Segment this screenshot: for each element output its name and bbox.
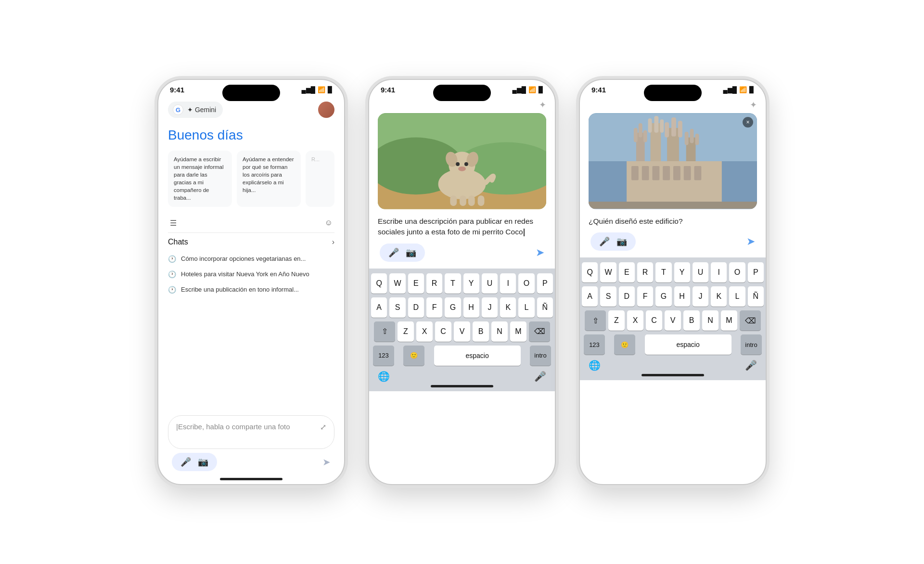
key-O-3[interactable]: O	[729, 262, 745, 282]
emoji-key-2[interactable]: 🙂	[403, 346, 424, 366]
mic-icon-3[interactable]: 🎤	[599, 236, 610, 247]
key-U[interactable]: U	[482, 273, 498, 294]
key-I[interactable]: I	[500, 273, 516, 294]
key-C[interactable]: C	[435, 321, 451, 342]
backspace-key-3[interactable]: ⌫	[740, 310, 761, 331]
key-Y-3[interactable]: Y	[674, 262, 690, 282]
key-H-3[interactable]: H	[674, 286, 690, 307]
key-M-3[interactable]: M	[721, 310, 737, 331]
key-P[interactable]: P	[537, 273, 553, 294]
chat-item-2[interactable]: 🕐 Hoteles para visitar Nueva York en Año…	[168, 267, 334, 282]
key-N[interactable]: N	[491, 321, 508, 342]
shift-key-2[interactable]: ⇧	[374, 321, 395, 342]
shift-key-3[interactable]: ⇧	[585, 310, 606, 331]
intro-key-2[interactable]: intro	[530, 346, 551, 366]
phone1-input-area[interactable]: |Escribe, habla o comparte una foto ⤢	[168, 415, 334, 449]
user-avatar[interactable]	[318, 102, 334, 118]
key-I-3[interactable]: I	[711, 262, 727, 282]
mic-icon-2[interactable]: 🎤	[388, 247, 399, 258]
key-L-3[interactable]: L	[729, 286, 745, 307]
key-S-3[interactable]: S	[600, 286, 616, 307]
key-Z-3[interactable]: Z	[608, 310, 625, 331]
key-R[interactable]: R	[426, 273, 442, 294]
key-K[interactable]: K	[500, 297, 516, 318]
expand-icon[interactable]: ⤢	[320, 423, 326, 432]
key-V[interactable]: V	[454, 321, 470, 342]
num-key-3[interactable]: 123	[584, 334, 605, 355]
emoji-icon[interactable]: ☺	[325, 218, 333, 227]
camera-icon-1[interactable]: 📷	[198, 457, 208, 467]
key-Z[interactable]: Z	[398, 321, 414, 342]
key-E-3[interactable]: E	[619, 262, 635, 282]
key-T-3[interactable]: T	[655, 262, 671, 282]
key-C-3[interactable]: C	[646, 310, 662, 331]
menu-icon[interactable]: ☰	[170, 218, 177, 228]
camera-icon-2[interactable]: 📷	[406, 247, 416, 258]
chats-chevron-icon[interactable]: ›	[332, 238, 334, 246]
key-G[interactable]: G	[445, 297, 461, 318]
key-Q-3[interactable]: Q	[582, 262, 598, 282]
key-N-tilde-3[interactable]: Ñ	[748, 286, 764, 307]
google-gemini-pill[interactable]: G ✦ Gemini	[168, 102, 223, 118]
key-N-tilde[interactable]: Ñ	[537, 297, 553, 318]
globe-icon-3[interactable]: 🌐	[589, 359, 601, 371]
backspace-key-2[interactable]: ⌫	[529, 321, 550, 342]
num-key-2[interactable]: 123	[373, 346, 394, 366]
key-S[interactable]: S	[389, 297, 405, 318]
key-J-3[interactable]: J	[693, 286, 708, 307]
camera-icon-3[interactable]: 📷	[616, 236, 627, 247]
send-icon-3[interactable]: ➤	[746, 235, 755, 248]
space-key-3[interactable]: espacio	[645, 334, 732, 355]
key-G-3[interactable]: G	[655, 286, 671, 307]
key-D-3[interactable]: D	[619, 286, 635, 307]
key-H[interactable]: H	[463, 297, 479, 318]
key-K-3[interactable]: K	[711, 286, 727, 307]
key-W-3[interactable]: W	[600, 262, 616, 282]
key-A-3[interactable]: A	[582, 286, 598, 307]
key-D[interactable]: D	[408, 297, 424, 318]
key-L[interactable]: L	[518, 297, 534, 318]
key-E[interactable]: E	[408, 273, 424, 294]
key-U-3[interactable]: U	[693, 262, 708, 282]
key-P-3[interactable]: P	[748, 262, 764, 282]
phone2-chat-text[interactable]: Escribe una descripción para publicar en…	[378, 216, 546, 238]
kb-mic-icon-3[interactable]: 🎤	[745, 359, 757, 371]
keyboard-3: Q W E R T Y U I O P A S D F G H J K L	[580, 257, 766, 380]
key-B[interactable]: B	[473, 321, 489, 342]
key-M[interactable]: M	[510, 321, 526, 342]
key-B-3[interactable]: B	[683, 310, 700, 331]
chat-item-3[interactable]: 🕐 Escribe una publicación en tono inform…	[168, 282, 334, 297]
send-icon-1[interactable]: ➤	[322, 456, 331, 468]
mic-icon-1[interactable]: 🎤	[180, 457, 191, 467]
key-F[interactable]: F	[426, 297, 442, 318]
kb-mic-icon-2[interactable]: 🎤	[534, 371, 546, 382]
wifi-icon-1: 📶	[318, 86, 325, 93]
close-badge[interactable]: ×	[743, 117, 753, 128]
key-X-3[interactable]: X	[627, 310, 643, 331]
intro-key-3[interactable]: intro	[741, 334, 762, 355]
send-icon-2[interactable]: ➤	[536, 246, 544, 259]
suggestion-card-2[interactable]: Ayúdame a entender por qué se forman los…	[237, 151, 301, 207]
svg-rect-27	[671, 117, 676, 137]
key-Q[interactable]: Q	[371, 273, 387, 294]
phone3-chat-text[interactable]: ¿Quién diseñó este edificio?	[589, 216, 757, 227]
key-R-3[interactable]: R	[637, 262, 653, 282]
key-T[interactable]: T	[445, 273, 461, 294]
key-Y[interactable]: Y	[463, 273, 479, 294]
key-J[interactable]: J	[482, 297, 498, 318]
key-F-3[interactable]: F	[637, 286, 653, 307]
emoji-key-3[interactable]: 🙂	[614, 334, 635, 355]
key-N-3[interactable]: N	[702, 310, 719, 331]
phone3-inner: ✦ ×	[580, 96, 766, 257]
key-A[interactable]: A	[371, 297, 387, 318]
key-V-3[interactable]: V	[665, 310, 681, 331]
chat-item-1[interactable]: 🕐 Cómo incorporar opciones vegetarianas …	[168, 251, 334, 267]
space-key-2[interactable]: espacio	[434, 346, 521, 366]
suggestion-card-1[interactable]: Ayúdame a escribir un mensaje informal p…	[168, 151, 232, 207]
card-bottom-icons: ☰ ☺	[168, 218, 334, 228]
globe-icon-2[interactable]: 🌐	[378, 371, 390, 382]
key-W[interactable]: W	[389, 273, 405, 294]
key-O[interactable]: O	[518, 273, 534, 294]
chats-title: Chats	[168, 238, 188, 246]
key-X[interactable]: X	[416, 321, 433, 342]
